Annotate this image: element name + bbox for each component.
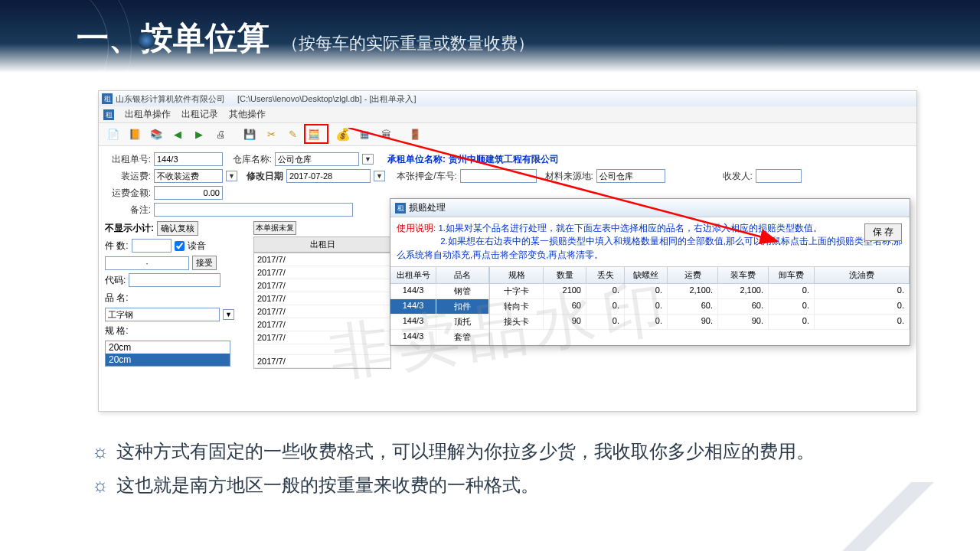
col-screw[interactable]: 缺螺丝 (625, 267, 668, 283)
toolbar-new-icon[interactable]: 📄 (105, 126, 122, 143)
spec-item[interactable]: 20cm (106, 341, 230, 354)
toolbar-next-icon[interactable]: ▶ (191, 126, 207, 143)
bullet-text-1: 这种方式有固定的一些收费格式，可以理解为你拉多少货，我收取你多少相应的费用。 (116, 438, 815, 465)
slide-header: 一、按单位算 （按每车的实际重量或数量收费） (0, 0, 980, 73)
label-product-name: 品 名: (105, 292, 129, 305)
header-dot (138, 32, 155, 49)
app-window: 租 山东银杉计算机软件有限公司 [C:\Users\lenovo\Desktop… (98, 90, 917, 412)
accept-button[interactable]: 接受 (192, 256, 217, 270)
bullet-item: ☼ 这种方式有固定的一些收费格式，可以理解为你拉多少货，我收取你多少相应的费用。 (92, 438, 934, 465)
instr-label: 使用说明: (397, 223, 436, 233)
toolbar-save-icon[interactable]: 💾 (241, 126, 258, 143)
date-row[interactable]: 2017/7/ (254, 292, 390, 305)
label-readaloud: 读音 (188, 240, 206, 253)
menu-other-ops[interactable]: 其他操作 (229, 108, 266, 121)
spec-item-selected[interactable]: 20cm (106, 354, 230, 366)
app-icon-menu: 租 (103, 109, 114, 120)
toolbar-book-icon[interactable]: 📙 (126, 126, 143, 143)
dates-header: 出租日 (253, 236, 391, 253)
right-row[interactable]: 接头卡900.0.90.90.0.0. (490, 315, 910, 330)
damage-dialog: 租 损赔处理 使用说明: 1.如果对某个品名进行处理，就在下面左表中选择相应的品… (390, 198, 910, 346)
right-row[interactable]: 十字卡21000.0.2,100.2,100.0.0. (490, 284, 910, 299)
toolbar-prev-icon[interactable]: ◀ (169, 126, 186, 143)
col-rentno[interactable]: 出租单号 (390, 267, 436, 283)
input-rentno[interactable] (154, 152, 223, 166)
toolbar-money-icon[interactable]: 💰 (335, 126, 351, 143)
col-load[interactable]: 装车费 (718, 267, 769, 283)
chevron-down-icon[interactable]: ▼ (362, 154, 374, 165)
label-deposit: 本张押金/车号: (388, 170, 457, 183)
right-row[interactable]: 转向卡600.0.60.60.0.0. (490, 299, 910, 315)
header-decoration (0, 0, 153, 73)
toolbar-list-icon[interactable]: ▦ (356, 126, 373, 143)
col-unload[interactable]: 卸车费 (769, 267, 815, 283)
value-tenant: 贵州中顺建筑工程有限公司 (449, 153, 559, 166)
dialog-body: 出租单号 品名 144/3钢管 144/3扣件 144/3顶托 144/3套管 … (390, 266, 910, 345)
app-icon: 租 (102, 93, 113, 104)
label-tenant: 承租单位名称: (377, 153, 446, 166)
pending-button[interactable]: 本单据未复 (253, 221, 296, 235)
date-row[interactable]: 2017/7/ (254, 331, 390, 344)
col-product[interactable]: 品名 (436, 267, 489, 283)
file-path: [C:\Users\lenovo\Desktop\zlgl.db] - [出租单… (237, 93, 416, 105)
chevron-down-icon[interactable]: ▼ (374, 171, 385, 181)
toolbar-cut-icon[interactable]: ✂ (263, 126, 279, 143)
input-count-val[interactable] (105, 256, 189, 270)
date-row[interactable]: 2017/7/ (254, 305, 390, 318)
dialog-title-text: 损赔处理 (409, 201, 446, 214)
toolbar-exit-icon[interactable]: 🚪 (407, 126, 423, 143)
date-row[interactable] (254, 344, 390, 355)
toolbar: 📄 📙 📚 ◀ ▶ 🖨 💾 ✂ ✎ 🧮 💰 ▦ 🏛 🚪 (99, 123, 916, 146)
left-row-selected[interactable]: 144/3扣件 (390, 299, 489, 315)
date-row[interactable]: 2017/7/ (254, 318, 390, 331)
dates-list[interactable]: 2017/7/ 2017/7/ 2017/7/ 2017/7/ 2017/7/ … (253, 253, 391, 369)
toolbar-books-icon[interactable]: 📚 (148, 126, 165, 143)
col-spec[interactable]: 规格 (490, 267, 544, 283)
date-row[interactable]: 2017/7/ (254, 355, 390, 368)
col-qty[interactable]: 数量 (544, 267, 586, 283)
chevron-down-icon[interactable]: ▼ (223, 309, 234, 320)
toolbar-edit-icon[interactable]: ✎ (284, 126, 301, 143)
spec-listbox[interactable]: 20cm 20cm (105, 341, 230, 367)
label-modify-date: 修改日期 (240, 170, 283, 183)
dropdown-shipping[interactable] (154, 169, 223, 183)
input-count[interactable] (132, 239, 172, 253)
instr-line2: 2.如果想在右边表中的某一损赔类型中填入和规格数量相同的全部数值,那么可以用鼠标… (397, 236, 903, 259)
sun-icon: ☼ (92, 471, 109, 499)
dropdown-product-name[interactable] (105, 308, 220, 321)
menu-rental-ops[interactable]: 出租单操作 (125, 108, 171, 121)
mid-panel: 本单据未复 出租日 2017/7/ 2017/7/ 2017/7/ 2017/7… (253, 221, 391, 369)
checkbox-readaloud[interactable] (175, 241, 185, 251)
chevron-down-icon[interactable]: ▼ (226, 171, 237, 181)
left-row[interactable]: 144/3套管 (390, 330, 489, 345)
input-freight[interactable] (154, 186, 223, 200)
input-remark[interactable] (154, 203, 353, 217)
input-receiver[interactable] (756, 169, 802, 183)
left-row[interactable]: 144/3钢管 (390, 284, 489, 299)
confirm-review-button[interactable]: 确认复核 (157, 221, 198, 236)
input-modify-date[interactable] (286, 169, 371, 183)
toolbar-bank-icon[interactable]: 🏛 (377, 126, 394, 143)
left-row[interactable]: 144/3顶托 (390, 315, 489, 330)
instr-line1: 1.如果对某个品名进行处理，就在下面左表中选择相应的品名，右边添入相应的损赔类型… (438, 223, 822, 233)
label-remark: 备注: (105, 204, 151, 217)
menu-rental-records[interactable]: 出租记录 (181, 108, 218, 121)
col-lost[interactable]: 丢失 (586, 267, 625, 283)
save-button[interactable]: 保 存 (864, 223, 902, 241)
input-deposit[interactable] (460, 169, 537, 183)
date-row[interactable]: 2017/7/ (254, 253, 390, 266)
label-receiver: 收发人: (668, 170, 753, 183)
footer-decoration (796, 482, 980, 551)
input-code[interactable] (129, 273, 220, 287)
slide-subtitle: （按每车的实际重量或数量收费） (282, 32, 534, 55)
label-spec: 规 格: (105, 324, 129, 337)
dropdown-warehouse[interactable] (275, 152, 359, 166)
toolbar-calc-icon[interactable]: 🧮 (305, 126, 322, 143)
date-row[interactable]: 2017/7/ (254, 266, 390, 279)
toolbar-print-icon[interactable]: 🖨 (212, 126, 229, 143)
col-oil[interactable]: 洗油费 (815, 267, 910, 283)
col-ship[interactable]: 运费 (668, 267, 718, 283)
label-no-subtotal: 不显示小计: (105, 222, 154, 235)
date-row[interactable]: 2017/7/ (254, 279, 390, 292)
input-source[interactable] (596, 169, 665, 183)
